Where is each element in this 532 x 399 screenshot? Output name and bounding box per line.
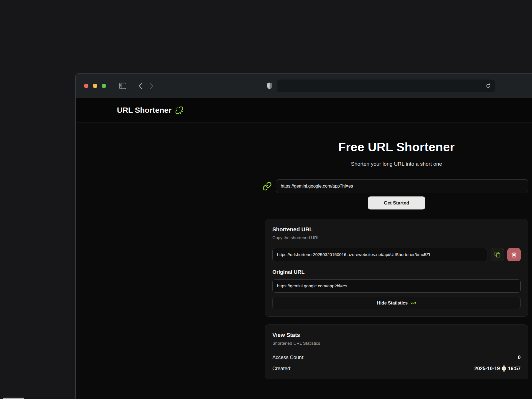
submit-row: Get Started xyxy=(265,196,528,209)
close-window-button[interactable] xyxy=(84,84,88,88)
created-row: Created: 2025-10-19 16:5 xyxy=(272,365,521,372)
address-group xyxy=(267,80,495,92)
view-stats-card: View Stats Shortened URL Statistics Acce… xyxy=(265,324,528,379)
refresh-icon xyxy=(485,83,491,89)
privacy-shield-button[interactable] xyxy=(267,82,273,90)
forward-chevron-icon xyxy=(149,82,154,89)
page-main: Free URL Shortener Shorten your long URL… xyxy=(76,122,532,399)
site-header: URL Shortener xyxy=(76,98,532,122)
shortened-card-title: Shortened URL xyxy=(272,226,521,233)
browser-window: URL Shortener Free URL Shortener Shorten… xyxy=(75,73,532,399)
dock-edge-hint xyxy=(3,398,24,399)
shortened-card-subtitle: Copy the shortened URL xyxy=(272,235,521,240)
site-brand: URL Shortener xyxy=(117,106,172,115)
page-title: Free URL Shortener xyxy=(265,140,528,154)
traffic-lights xyxy=(84,84,106,88)
created-date: 2025-10-19 xyxy=(474,366,500,372)
link-icon xyxy=(262,181,272,191)
copy-button[interactable] xyxy=(491,248,504,261)
content-column: Free URL Shortener Shorten your long URL… xyxy=(265,122,528,379)
refresh-button[interactable] xyxy=(485,83,491,89)
unlink-icon xyxy=(175,106,183,114)
minimize-window-button[interactable] xyxy=(93,84,97,88)
trash-icon xyxy=(511,252,517,258)
shortened-url-card: Shortened URL Copy the shortened URL xyxy=(265,219,528,317)
stats-card-subtitle: Shortened URL Statistics xyxy=(272,341,521,346)
back-chevron-icon xyxy=(138,82,143,89)
delete-button[interactable] xyxy=(507,248,521,261)
zoom-window-button[interactable] xyxy=(102,84,106,88)
long-url-input[interactable] xyxy=(276,179,528,193)
access-count-row: Access Count: 0 xyxy=(272,355,521,360)
address-input[interactable] xyxy=(281,83,485,89)
access-count-value: 0 xyxy=(518,355,521,360)
access-count-label: Access Count: xyxy=(272,355,305,360)
address-bar[interactable] xyxy=(277,80,495,92)
short-url-input[interactable] xyxy=(272,248,487,261)
browser-toolbar xyxy=(76,74,532,98)
forward-button[interactable] xyxy=(149,82,154,89)
hide-statistics-label: Hide Statistics xyxy=(377,301,408,306)
hide-statistics-button[interactable]: Hide Statistics xyxy=(272,297,521,309)
shield-icon xyxy=(267,82,273,90)
stats-card-title: View Stats xyxy=(272,332,521,338)
get-started-button[interactable]: Get Started xyxy=(368,196,425,209)
shorten-form xyxy=(265,179,528,193)
page-subtitle: Shorten your long URL into a short one xyxy=(265,161,528,167)
sidebar-toggle-button[interactable] xyxy=(119,83,127,89)
created-time: 16:57 xyxy=(508,366,521,372)
sidebar-toggle-icon xyxy=(119,83,127,89)
back-button[interactable] xyxy=(138,82,143,89)
trending-up-icon xyxy=(410,300,416,306)
copy-icon xyxy=(494,252,500,258)
created-value: 2025-10-19 16:57 xyxy=(474,365,521,372)
watch-emoji-icon xyxy=(501,365,507,372)
short-url-row xyxy=(272,248,521,261)
original-url-label: Original URL xyxy=(272,269,521,275)
original-url-input[interactable] xyxy=(272,279,521,293)
created-label: Created: xyxy=(272,366,291,372)
